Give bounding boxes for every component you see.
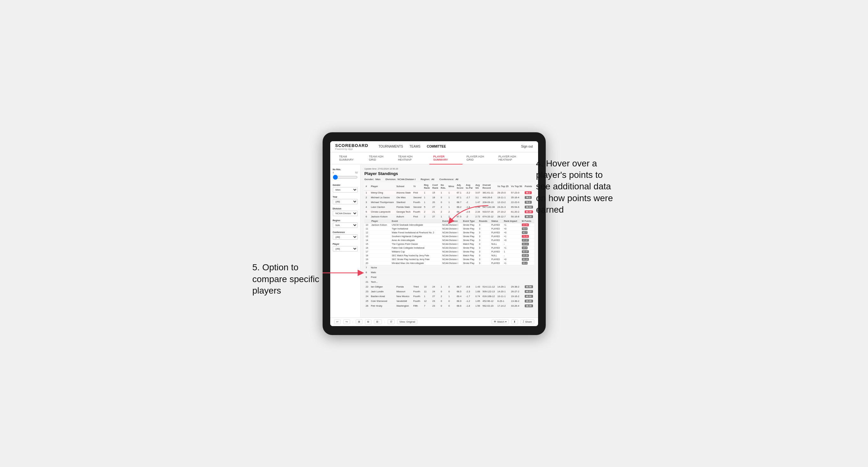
table-row: 8 Mats <box>364 270 534 275</box>
expanded-event-row: 19 SEC Stroke Play hosted by Jerry Pate … <box>364 257 534 261</box>
table-row: 25 Cole Sherwood Vanderbilt Fourth 12 23… <box>364 299 534 304</box>
table-row: 1 Wenyi Ding Arizona State First 1 15 1 … <box>364 190 534 195</box>
nav-links: TOURNAMENTS TEAMS COMMITTEE <box>378 145 513 148</box>
sidebar-division: Division NCAA Division I <box>333 208 358 216</box>
col-adj-score: Adj.Score <box>456 183 465 191</box>
conference-label: Conference <box>333 231 358 234</box>
table-row: 24 Bastien Amat New Mexico Fourth 1 27 2… <box>364 294 534 299</box>
no-rds-label: No Rds. <box>333 168 358 170</box>
region-label: Region <box>333 219 358 222</box>
table-row: 3 Michael Thorbjornsen Stanford Fourth 1… <box>364 200 534 205</box>
filter-gender: Gender: Men <box>364 178 380 181</box>
sidebar: No Rds. 4 52 Gender Men Y <box>330 164 361 317</box>
view-label: View: Original <box>399 320 415 323</box>
content-area: Update time: 27/01/2024 16:56:26 Player … <box>361 164 538 317</box>
expanded-event-row: 14 Amer An Intercollegiate NCAA Division… <box>364 238 534 242</box>
redo-btn[interactable]: ↪ <box>343 319 350 324</box>
logo-area: SCOREBOARD Powered by clippi <box>335 143 369 150</box>
section-title: Player Standings <box>364 171 534 176</box>
sidebar-region: Region N/A <box>333 219 358 228</box>
expanded-events-row: Player Event Event Division Event Type R… <box>364 219 534 265</box>
table-row: 23 Jack Lundin Missouri Fourth 11 24 0 0… <box>364 289 534 294</box>
view-btn[interactable]: View: Original <box>397 319 417 324</box>
nav-sign-out[interactable]: Sign out <box>521 145 533 148</box>
col-player: Player <box>369 183 395 191</box>
gender-select[interactable]: Men <box>333 187 358 192</box>
undo-btn[interactable]: ↩ <box>334 319 341 324</box>
table-row: 21 Tech... <box>364 280 534 284</box>
sidebar-year: Year (All) <box>333 196 358 204</box>
col-wins: Wins <box>447 183 456 191</box>
col-school: School <box>395 183 412 191</box>
division-select[interactable]: NCAA Division I <box>333 211 358 216</box>
col-vs-top25: Vs Top 25 <box>496 183 510 191</box>
nav-right: Sign out <box>521 145 533 148</box>
logo: SCOREBOARD <box>335 143 369 148</box>
share-btn[interactable]: ⤴ Share <box>521 319 534 324</box>
col-overall: OverallRecord <box>481 183 496 191</box>
sidebar-player: Player (All) <box>333 243 358 251</box>
table-row: 5 Christo Lamprecht Georgia Tech Fourth … <box>364 210 534 214</box>
col-points: Points <box>523 183 534 191</box>
col-no-rds: NoRds. <box>440 183 447 191</box>
nav-bar: SCOREBOARD Powered by clippi TOURNAMENTS… <box>330 141 538 152</box>
expanded-event-row: 20 Mirrabel Maui Jim Intercollegiate NCA… <box>364 261 534 265</box>
dash-btn[interactable]: ⊟ · <box>374 319 382 324</box>
main-content: No Rds. 4 52 Gender Men Y <box>330 164 538 317</box>
subnav-team-summary[interactable]: TEAM SUMMARY <box>335 152 365 164</box>
expanded-event-row: 15 The Cypress Point Classic NCAA Divisi… <box>364 242 534 246</box>
player-select[interactable]: (All) <box>333 246 358 251</box>
sub-nav: TEAM SUMMARY TEAM H2H GRID TEAM H2H HEAT… <box>330 152 538 164</box>
tablet-frame: SCOREBOARD Powered by clippi TOURNAMENTS… <box>322 132 546 335</box>
table-row: 6 Jackson Kolson Auburn First 2 27 1 2 6… <box>364 214 534 219</box>
conference-select[interactable]: (All) <box>333 234 358 240</box>
annotation-top-right: 4. Hover over a player's points to see a… <box>536 158 619 216</box>
division-label: Division <box>333 208 358 210</box>
table-row: 4 Luke Clanton Florida State Second 5 27… <box>364 205 534 210</box>
col-avg-par: Avgto-Par <box>465 183 474 191</box>
filter-division: Division: NCAA Division I <box>385 178 415 181</box>
expanded-event-row: 12 Wake Forest Invitational at Pinehurst… <box>364 230 534 234</box>
clock-btn[interactable]: ⏱ <box>388 319 395 324</box>
filter-row: Gender: Men Division: NCAA Division I Re… <box>364 178 534 181</box>
expanded-event-row: 13 Southern Highlands Collegiate NCAA Di… <box>364 234 534 238</box>
table-row: 9 Prest <box>364 275 534 280</box>
sidebar-no-rds: No Rds. 4 52 <box>333 168 358 181</box>
standings-table: # Player School Yr RegRank ConfRank NoRd… <box>364 183 534 309</box>
subnav-team-h2h-grid[interactable]: TEAM H2H GRID <box>365 152 394 164</box>
subnav-player-h2h-heatmap[interactable]: PLAYER H2H HEATMAP <box>495 152 533 164</box>
col-avg-sg: AvgSG <box>474 183 481 191</box>
year-label: Year <box>333 196 358 198</box>
update-time: Update time: 27/01/2024 16:56:26 <box>364 168 534 170</box>
download-btn[interactable]: ⬇ <box>511 319 518 324</box>
table-row: 26 Petr Hruby Washington Fifth 7 23 0 0 … <box>364 304 534 308</box>
expanded-event-row: 17 Williams Cup NCAA Division I Stroke P… <box>364 250 534 253</box>
subnav-player-summary[interactable]: PLAYER SUMMARY <box>429 152 463 164</box>
sidebar-conference: Conference (All) <box>333 231 358 240</box>
watch-btn[interactable]: 👁 Watch ▾ <box>492 319 509 324</box>
table-row: 22 Ian Gilligan Florida Third 10 24 1 0 … <box>364 284 534 289</box>
table-row: 2 Michael La Sasso Ole Miss Second 1 18 … <box>364 195 534 200</box>
tablet-screen: SCOREBOARD Powered by clippi TOURNAMENTS… <box>330 141 538 326</box>
filter-conference: Conference: All <box>439 178 458 181</box>
expanded-event-row: 16 Fallen Oak Collegiate Invitational NC… <box>364 246 534 250</box>
filter-btn[interactable]: ⊞ <box>356 319 363 324</box>
no-rds-slider[interactable] <box>333 175 358 180</box>
nav-teams[interactable]: TEAMS <box>409 145 420 148</box>
annotation-bottom-left: 5. Option to compare specific players <box>252 262 326 297</box>
filter-region: Region: All <box>421 178 434 181</box>
nav-tournaments[interactable]: TOURNAMENTS <box>378 145 403 148</box>
expanded-event-row: 10 Jackson Kolson UNCW Seahawk Intercoll… <box>364 223 534 227</box>
col-rank: # <box>364 183 369 191</box>
region-select[interactable]: N/A <box>333 222 358 228</box>
year-select[interactable]: (All) <box>333 199 358 204</box>
sidebar-gender: Gender Men <box>333 184 358 192</box>
subnav-player-h2h-grid[interactable]: PLAYER H2H GRID <box>463 152 494 164</box>
col-reg-rank: RegRank <box>423 183 431 191</box>
nav-committee[interactable]: COMMITTEE <box>427 145 446 148</box>
gender-label: Gender <box>333 184 358 186</box>
subnav-team-h2h-heatmap[interactable]: TEAM H2H HEATMAP <box>394 152 429 164</box>
expanded-event-row: 11 Tiger Invitational NCAA Division I St… <box>364 227 534 230</box>
copy-btn[interactable]: ⧉ <box>365 319 371 324</box>
player-label: Player <box>333 243 358 245</box>
